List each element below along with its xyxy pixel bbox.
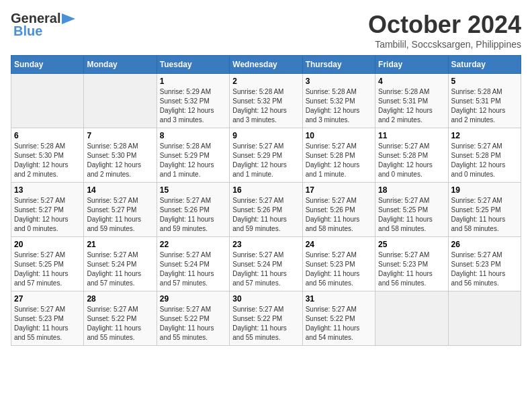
day-info: Sunrise: 5:27 AMSunset: 5:24 PMDaylight:… bbox=[232, 250, 299, 288]
day-info: Sunrise: 5:27 AMSunset: 5:25 PMDaylight:… bbox=[451, 196, 518, 234]
day-info: Sunrise: 5:27 AMSunset: 5:23 PMDaylight:… bbox=[451, 250, 518, 288]
day-number: 6 bbox=[14, 131, 81, 140]
day-cell: 15Sunrise: 5:27 AMSunset: 5:26 PMDayligh… bbox=[157, 183, 229, 237]
week-row-2: 6Sunrise: 5:28 AMSunset: 5:30 PMDaylight… bbox=[11, 128, 521, 183]
day-cell: 19Sunrise: 5:27 AMSunset: 5:25 PMDayligh… bbox=[448, 183, 521, 237]
day-info: Sunrise: 5:27 AMSunset: 5:22 PMDaylight:… bbox=[160, 305, 226, 342]
day-info: Sunrise: 5:27 AMSunset: 5:22 PMDaylight:… bbox=[87, 305, 153, 342]
day-cell: 23Sunrise: 5:27 AMSunset: 5:24 PMDayligh… bbox=[230, 237, 302, 291]
day-cell: 28Sunrise: 5:27 AMSunset: 5:22 PMDayligh… bbox=[84, 291, 157, 346]
day-cell: 8Sunrise: 5:28 AMSunset: 5:29 PMDaylight… bbox=[157, 128, 229, 183]
day-cell: 26Sunrise: 5:27 AMSunset: 5:23 PMDayligh… bbox=[448, 237, 521, 291]
day-number: 10 bbox=[306, 131, 372, 140]
day-number: 16 bbox=[232, 185, 299, 195]
day-info: Sunrise: 5:27 AMSunset: 5:29 PMDaylight:… bbox=[232, 142, 299, 179]
day-number: 8 bbox=[160, 131, 226, 140]
day-number: 31 bbox=[306, 294, 372, 304]
day-info: Sunrise: 5:27 AMSunset: 5:22 PMDaylight:… bbox=[306, 305, 372, 342]
day-info: Sunrise: 5:27 AMSunset: 5:28 PMDaylight:… bbox=[306, 142, 372, 179]
header-row: SundayMondayTuesdayWednesdayThursdayFrid… bbox=[11, 56, 521, 74]
day-cell: 11Sunrise: 5:27 AMSunset: 5:28 PMDayligh… bbox=[375, 128, 448, 183]
day-info: Sunrise: 5:27 AMSunset: 5:23 PMDaylight:… bbox=[306, 250, 372, 288]
day-info: Sunrise: 5:27 AMSunset: 5:28 PMDaylight:… bbox=[451, 142, 518, 179]
day-cell bbox=[11, 74, 84, 128]
day-number: 22 bbox=[160, 240, 226, 249]
day-cell: 10Sunrise: 5:27 AMSunset: 5:28 PMDayligh… bbox=[302, 128, 375, 183]
day-number: 1 bbox=[160, 77, 226, 86]
day-number: 26 bbox=[451, 240, 518, 249]
day-number: 5 bbox=[451, 77, 518, 86]
day-cell: 2Sunrise: 5:28 AMSunset: 5:32 PMDaylight… bbox=[230, 74, 302, 128]
month-title: October 2024 bbox=[368, 11, 521, 39]
logo-blue: Blue bbox=[13, 24, 42, 39]
day-info: Sunrise: 5:27 AMSunset: 5:24 PMDaylight:… bbox=[160, 250, 226, 288]
day-cell: 22Sunrise: 5:27 AMSunset: 5:24 PMDayligh… bbox=[157, 237, 229, 291]
day-info: Sunrise: 5:27 AMSunset: 5:25 PMDaylight:… bbox=[14, 250, 81, 288]
day-cell: 3Sunrise: 5:28 AMSunset: 5:32 PMDaylight… bbox=[302, 74, 375, 128]
day-cell: 29Sunrise: 5:27 AMSunset: 5:22 PMDayligh… bbox=[157, 291, 229, 346]
day-cell: 20Sunrise: 5:27 AMSunset: 5:25 PMDayligh… bbox=[11, 237, 84, 291]
day-info: Sunrise: 5:27 AMSunset: 5:25 PMDaylight:… bbox=[378, 196, 445, 234]
day-number: 23 bbox=[232, 240, 299, 249]
header-sunday: Sunday bbox=[11, 56, 84, 74]
day-number: 13 bbox=[14, 185, 81, 195]
day-cell: 30Sunrise: 5:27 AMSunset: 5:22 PMDayligh… bbox=[230, 291, 302, 346]
day-info: Sunrise: 5:28 AMSunset: 5:29 PMDaylight:… bbox=[160, 142, 226, 179]
day-cell: 14Sunrise: 5:27 AMSunset: 5:27 PMDayligh… bbox=[84, 183, 157, 237]
day-cell bbox=[375, 291, 448, 346]
day-number: 21 bbox=[87, 240, 153, 249]
day-cell: 18Sunrise: 5:27 AMSunset: 5:25 PMDayligh… bbox=[375, 183, 448, 237]
day-info: Sunrise: 5:27 AMSunset: 5:26 PMDaylight:… bbox=[306, 196, 372, 234]
header-thursday: Thursday bbox=[302, 56, 375, 74]
day-number: 17 bbox=[306, 185, 372, 195]
svg-marker-0 bbox=[62, 13, 75, 24]
day-number: 27 bbox=[14, 294, 81, 304]
day-number: 18 bbox=[378, 185, 445, 195]
day-info: Sunrise: 5:28 AMSunset: 5:30 PMDaylight:… bbox=[14, 142, 81, 179]
day-number: 25 bbox=[378, 240, 445, 249]
day-cell bbox=[84, 74, 157, 128]
week-row-3: 13Sunrise: 5:27 AMSunset: 5:27 PMDayligh… bbox=[11, 183, 521, 237]
header-friday: Friday bbox=[375, 56, 448, 74]
day-cell: 17Sunrise: 5:27 AMSunset: 5:26 PMDayligh… bbox=[302, 183, 375, 237]
day-cell bbox=[448, 291, 521, 346]
day-cell: 6Sunrise: 5:28 AMSunset: 5:30 PMDaylight… bbox=[11, 128, 84, 183]
title-section: October 2024 Tambilil, Soccsksargen, Phi… bbox=[368, 11, 521, 50]
day-cell: 24Sunrise: 5:27 AMSunset: 5:23 PMDayligh… bbox=[302, 237, 375, 291]
day-cell: 27Sunrise: 5:27 AMSunset: 5:23 PMDayligh… bbox=[11, 291, 84, 346]
day-number: 7 bbox=[87, 131, 153, 140]
logo: General Blue bbox=[11, 11, 75, 39]
day-number: 24 bbox=[306, 240, 372, 249]
day-cell: 31Sunrise: 5:27 AMSunset: 5:22 PMDayligh… bbox=[302, 291, 375, 346]
day-info: Sunrise: 5:27 AMSunset: 5:24 PMDaylight:… bbox=[87, 250, 153, 288]
day-info: Sunrise: 5:27 AMSunset: 5:26 PMDaylight:… bbox=[232, 196, 299, 234]
day-info: Sunrise: 5:27 AMSunset: 5:27 PMDaylight:… bbox=[14, 196, 81, 234]
location: Tambilil, Soccsksargen, Philippines bbox=[368, 39, 521, 50]
day-number: 4 bbox=[378, 77, 445, 86]
day-number: 19 bbox=[451, 185, 518, 195]
day-number: 28 bbox=[87, 294, 153, 304]
day-info: Sunrise: 5:27 AMSunset: 5:23 PMDaylight:… bbox=[378, 250, 445, 288]
day-cell: 7Sunrise: 5:28 AMSunset: 5:30 PMDaylight… bbox=[84, 128, 157, 183]
week-row-1: 1Sunrise: 5:29 AMSunset: 5:32 PMDaylight… bbox=[11, 74, 521, 128]
header-monday: Monday bbox=[84, 56, 157, 74]
header-wednesday: Wednesday bbox=[230, 56, 302, 74]
day-cell: 13Sunrise: 5:27 AMSunset: 5:27 PMDayligh… bbox=[11, 183, 84, 237]
day-info: Sunrise: 5:28 AMSunset: 5:30 PMDaylight:… bbox=[87, 142, 153, 179]
day-info: Sunrise: 5:28 AMSunset: 5:32 PMDaylight:… bbox=[232, 87, 299, 125]
day-cell: 9Sunrise: 5:27 AMSunset: 5:29 PMDaylight… bbox=[230, 128, 302, 183]
day-info: Sunrise: 5:28 AMSunset: 5:31 PMDaylight:… bbox=[451, 87, 518, 125]
day-info: Sunrise: 5:27 AMSunset: 5:26 PMDaylight:… bbox=[160, 196, 226, 234]
day-cell: 1Sunrise: 5:29 AMSunset: 5:32 PMDaylight… bbox=[157, 74, 229, 128]
day-info: Sunrise: 5:27 AMSunset: 5:22 PMDaylight:… bbox=[232, 305, 299, 342]
day-number: 30 bbox=[232, 294, 299, 304]
calendar-table: SundayMondayTuesdayWednesdayThursdayFrid… bbox=[11, 55, 521, 346]
day-cell: 25Sunrise: 5:27 AMSunset: 5:23 PMDayligh… bbox=[375, 237, 448, 291]
day-number: 11 bbox=[378, 131, 445, 140]
day-info: Sunrise: 5:29 AMSunset: 5:32 PMDaylight:… bbox=[160, 87, 226, 125]
day-number: 15 bbox=[160, 185, 226, 195]
header-saturday: Saturday bbox=[448, 56, 521, 74]
day-number: 20 bbox=[14, 240, 81, 249]
day-info: Sunrise: 5:27 AMSunset: 5:27 PMDaylight:… bbox=[87, 196, 153, 234]
week-row-4: 20Sunrise: 5:27 AMSunset: 5:25 PMDayligh… bbox=[11, 237, 521, 291]
